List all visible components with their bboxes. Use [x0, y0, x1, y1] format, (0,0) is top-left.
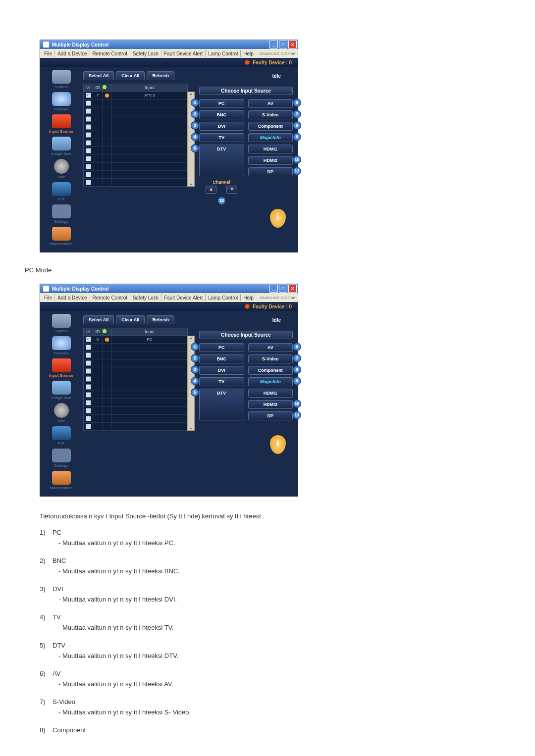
menu-add-device[interactable]: Add a Device	[54, 50, 89, 57]
row-checkbox[interactable]	[86, 140, 91, 146]
row-checkbox[interactable]	[86, 93, 91, 98]
sidebar-item-maintenance[interactable]: Maintenance	[40, 227, 82, 246]
source-magicinfo[interactable]: MagicInfo 9	[248, 133, 293, 142]
minimize-button[interactable]: _	[269, 41, 278, 49]
select-all-button[interactable]: Select All	[83, 71, 114, 80]
source-pc[interactable]: 1 PC	[199, 99, 244, 108]
source-svideo[interactable]: S-Video7	[248, 354, 293, 363]
refresh-button[interactable]: Refresh	[147, 71, 174, 80]
sidebar-item-input-source[interactable]: Input Source	[40, 114, 82, 134]
sidebar-item-pip[interactable]: PIP	[40, 182, 82, 202]
sidebar-item-time[interactable]: Time	[40, 403, 82, 423]
menu-help[interactable]: Help	[240, 294, 256, 301]
source-dp[interactable]: DP 11	[248, 167, 293, 176]
maximize-button[interactable]: □	[279, 41, 287, 49]
table-row[interactable]: 7 ATV 2	[84, 92, 188, 100]
sidebar-item-settings[interactable]: Settings	[40, 449, 82, 468]
row-checkbox[interactable]	[86, 116, 91, 122]
source-magicinfo[interactable]: MagicInfo9	[248, 377, 293, 386]
row-checkbox[interactable]	[86, 164, 91, 169]
sidebar-item-settings[interactable]: Settings	[40, 204, 82, 224]
source-svideo[interactable]: S-Video 7	[248, 110, 293, 119]
row-checkbox[interactable]	[86, 156, 91, 161]
source-component[interactable]: Component 8	[248, 122, 293, 131]
sidebar-item-pip[interactable]: PIP	[40, 426, 82, 446]
row-checkbox[interactable]	[86, 108, 91, 114]
select-all-button[interactable]: Select All	[83, 315, 114, 324]
row-checkbox[interactable]	[86, 345, 91, 350]
menu-file[interactable]: File	[40, 294, 54, 301]
table-row[interactable]: 0 PC	[84, 336, 188, 344]
menu-safety-lock[interactable]: Safety Lock	[130, 294, 161, 301]
menu-remote-control[interactable]: Remote Control	[90, 50, 130, 57]
row-checkbox[interactable]	[86, 424, 91, 429]
source-hdmi1[interactable]: HDMI1	[248, 145, 293, 153]
close-button[interactable]: X	[288, 41, 297, 49]
sidebar-item-network[interactable]: Network	[40, 92, 82, 111]
col-check[interactable]: ☑	[84, 84, 93, 91]
menu-fault-alert[interactable]: Fault Device Alert	[161, 50, 205, 57]
source-tv[interactable]: 4 TV	[199, 133, 244, 142]
source-dtv[interactable]: 5DTV	[199, 389, 244, 420]
source-av[interactable]: AV 6	[248, 99, 293, 108]
sidebar-item-system[interactable]: System	[40, 314, 82, 333]
row-checkbox[interactable]	[86, 180, 91, 185]
channel-up[interactable]: ▲	[206, 186, 216, 194]
clear-all-button[interactable]: Clear All	[116, 315, 145, 324]
col-id[interactable]: ID	[93, 328, 103, 335]
row-checkbox[interactable]	[86, 376, 91, 382]
row-checkbox[interactable]	[86, 132, 91, 138]
source-dp[interactable]: DP11	[248, 411, 293, 420]
source-av[interactable]: AV6	[248, 343, 293, 352]
col-check[interactable]: ☑	[84, 328, 93, 335]
col-input[interactable]: Input	[112, 84, 188, 91]
row-checkbox[interactable]	[86, 360, 91, 366]
col-status[interactable]	[103, 328, 112, 335]
source-component[interactable]: Component8	[248, 366, 293, 375]
row-checkbox[interactable]	[86, 337, 91, 342]
sidebar-item-input-source[interactable]: Input Source	[40, 358, 82, 378]
menu-lamp[interactable]: Lamp Control	[205, 294, 240, 301]
row-checkbox[interactable]	[86, 408, 91, 413]
sidebar-item-network[interactable]: Network	[40, 336, 82, 355]
info-icon[interactable]	[270, 209, 286, 228]
col-input[interactable]: Input	[112, 328, 188, 335]
row-checkbox[interactable]	[86, 124, 91, 130]
row-checkbox[interactable]	[86, 353, 91, 358]
source-pc[interactable]: 1PC	[199, 343, 244, 352]
source-dtv[interactable]: 5 DTV	[199, 145, 244, 176]
row-checkbox[interactable]	[86, 400, 91, 405]
row-checkbox[interactable]	[86, 101, 91, 106]
maximize-button[interactable]: □	[279, 285, 287, 293]
source-dvi[interactable]: 3 DVI	[199, 122, 244, 131]
source-hdmi2[interactable]: HDMI2 10	[248, 156, 293, 165]
info-icon[interactable]	[270, 435, 286, 454]
menu-lamp[interactable]: Lamp Control	[205, 50, 240, 57]
col-id[interactable]: ID	[93, 84, 103, 91]
refresh-button[interactable]: Refresh	[147, 315, 174, 324]
sidebar-item-image-size[interactable]: Image Size	[40, 381, 82, 400]
row-checkbox[interactable]	[86, 368, 91, 374]
menu-fault-alert[interactable]: Fault Device Alert	[161, 294, 205, 301]
clear-all-button[interactable]: Clear All	[116, 71, 145, 80]
menu-file[interactable]: File	[40, 50, 54, 57]
row-checkbox[interactable]	[86, 148, 91, 153]
menu-remote-control[interactable]: Remote Control	[90, 294, 130, 301]
menu-add-device[interactable]: Add a Device	[54, 294, 89, 301]
row-checkbox[interactable]	[86, 416, 91, 421]
minimize-button[interactable]: _	[269, 285, 278, 293]
row-checkbox[interactable]	[86, 172, 91, 177]
sidebar-item-time[interactable]: Time	[40, 159, 82, 179]
sidebar-item-maintenance[interactable]: Maintenance	[40, 471, 82, 490]
menu-safety-lock[interactable]: Safety Lock	[130, 50, 161, 57]
row-checkbox[interactable]	[86, 392, 91, 398]
source-hdmi1[interactable]: HDMI1	[248, 389, 293, 398]
col-status[interactable]	[103, 84, 112, 91]
channel-down[interactable]: ▼	[226, 186, 237, 194]
source-hdmi2[interactable]: HDMI210	[248, 400, 293, 409]
source-bnc[interactable]: 2BNC	[199, 354, 244, 363]
sidebar-item-system[interactable]: System	[40, 70, 82, 89]
source-bnc[interactable]: 2 BNC	[199, 110, 244, 119]
close-button[interactable]: X	[288, 285, 297, 293]
source-dvi[interactable]: 3DVI	[199, 366, 244, 375]
